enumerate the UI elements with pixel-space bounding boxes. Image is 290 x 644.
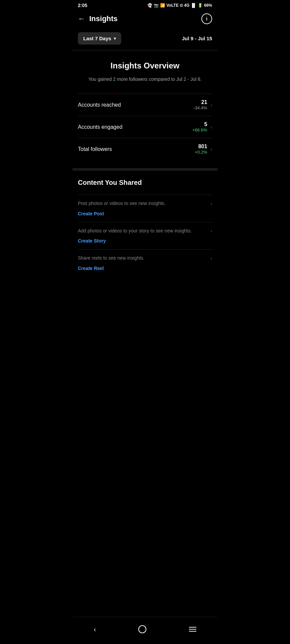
total-followers-value: 801 xyxy=(195,144,207,150)
instagram-icon: 📷 xyxy=(154,3,159,8)
battery-icon: 🔋 xyxy=(198,3,203,8)
gained-count: 2 xyxy=(113,76,116,82)
page-title: Insights xyxy=(89,14,201,23)
header: ← Insights i xyxy=(72,10,218,29)
chevron-right-icon: › xyxy=(210,124,212,130)
info-button[interactable]: i xyxy=(201,13,212,24)
create-post-link[interactable]: Create Post xyxy=(78,211,104,216)
network-label: VoLTE ⊙ 4G ▐▌ xyxy=(166,3,196,8)
reel-content-item: Share reels to see new insights. › Creat… xyxy=(78,249,212,277)
total-followers-label: Total followers xyxy=(78,146,112,152)
overview-title: Insights Overview xyxy=(78,61,212,70)
accounts-reached-value: 21 xyxy=(193,99,207,105)
accounts-engaged-change: +66.6% xyxy=(192,127,207,132)
wifi-icon: 📶 xyxy=(160,3,165,8)
accounts-reached-label: Accounts reached xyxy=(78,102,121,108)
accounts-engaged-label: Accounts engaged xyxy=(78,124,123,130)
date-range-label: Jul 9 - Jul 15 xyxy=(182,36,212,41)
accounts-reached-change: -34.4% xyxy=(193,105,207,110)
accounts-engaged-value: 5 xyxy=(192,121,207,127)
period-selector-button[interactable]: Last 7 Days ▾ xyxy=(78,32,121,45)
story-item-text: Add photos or videos to your story to se… xyxy=(78,228,210,234)
story-chevron-right-icon: › xyxy=(210,228,212,233)
snapchat-icon: 👻 xyxy=(147,3,152,8)
overview-section: Insights Overview You gained 2 more foll… xyxy=(72,50,218,171)
battery-percent: 66% xyxy=(204,3,212,8)
period-label: Last 7 Days xyxy=(83,36,111,41)
post-content-item: Post photos or videos to see new insight… xyxy=(78,195,212,222)
content-shared-title: Content You Shared xyxy=(78,179,212,186)
accounts-engaged-row[interactable]: Accounts engaged 5 +66.6% › xyxy=(78,116,212,138)
status-bar: 2:05 👻 📷 📶 VoLTE ⊙ 4G ▐▌ 🔋 66% xyxy=(72,0,218,10)
reel-item-text: Share reels to see new insights. xyxy=(78,255,210,262)
create-reel-link[interactable]: Create Reel xyxy=(78,266,104,271)
status-icons: 👻 📷 📶 VoLTE ⊙ 4G ▐▌ 🔋 66% xyxy=(147,3,212,8)
status-time: 2:05 xyxy=(78,3,87,8)
create-story-link[interactable]: Create Story xyxy=(78,238,106,244)
subtitle-prefix: You gained xyxy=(88,76,113,82)
accounts-reached-row[interactable]: Accounts reached 21 -34.4% › xyxy=(78,94,212,116)
total-followers-change: +0.2% xyxy=(195,150,207,155)
back-button[interactable]: ← xyxy=(78,14,85,23)
post-item-text: Post photos or videos to see new insight… xyxy=(78,200,210,207)
overview-subtitle: You gained 2 more followers compared to … xyxy=(78,76,212,83)
content-shared-section: Content You Shared Post photos or videos… xyxy=(72,171,218,285)
post-chevron-right-icon: › xyxy=(210,201,212,206)
subtitle-suffix: more followers compared to Jul 2 - Jul 8… xyxy=(116,76,202,82)
chevron-right-icon: › xyxy=(210,147,212,152)
story-content-item: Add photos or videos to your story to se… xyxy=(78,222,212,250)
chevron-down-icon: ▾ xyxy=(114,36,116,41)
chevron-right-icon: › xyxy=(210,102,212,108)
reel-chevron-right-icon: › xyxy=(210,256,212,261)
total-followers-row[interactable]: Total followers 801 +0.2% › xyxy=(78,138,212,160)
period-row: Last 7 Days ▾ Jul 9 - Jul 15 xyxy=(72,29,218,50)
